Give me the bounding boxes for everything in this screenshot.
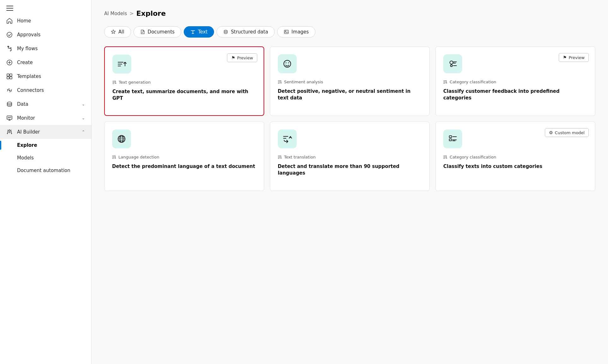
monitor-icon (6, 115, 13, 121)
tab-all[interactable]: All (104, 26, 131, 38)
structured-icon (223, 29, 228, 34)
card-type-3: Category classification (443, 80, 587, 84)
preview-icon-2: ⚑ (563, 55, 567, 60)
documents-icon (140, 29, 145, 34)
card-type-1: Text generation (112, 80, 256, 85)
sidebar-item-home-label: Home (17, 18, 85, 24)
connectors-icon (6, 87, 13, 93)
svg-point-18 (450, 61, 453, 64)
card-title-6: Classify texts into custom categories (443, 163, 587, 170)
flows-icon (6, 45, 13, 52)
sidebar-item-data-label: Data (17, 101, 77, 107)
sidebar-item-ai-builder[interactable]: AI Builder ⌃ (0, 125, 91, 139)
preview-badge-1[interactable]: ⚑ Preview (227, 53, 257, 62)
preview-badge-1-label: Preview (237, 56, 253, 60)
svg-point-8 (9, 90, 10, 91)
card-title-2: Detect positive, negative, or neutral se… (278, 88, 422, 101)
tab-text[interactable]: Text (184, 26, 214, 38)
card-category-classification-2[interactable]: ⚙ Custom model Category classification C… (435, 122, 595, 191)
sentiment-icon-wrapper (278, 54, 297, 73)
tab-images-label: Images (291, 29, 309, 35)
card-type-label-3: Category classification (450, 80, 496, 84)
tab-structured-data-label: Structured data (231, 29, 268, 35)
translation-icon-wrapper (278, 129, 297, 148)
sidebar-item-my-flows-label: My flows (17, 46, 85, 51)
ai-builder-subnav: Explore Models Document automation (0, 139, 91, 177)
sidebar-item-create[interactable]: Create (0, 56, 91, 69)
home-icon (6, 18, 13, 24)
svg-point-14 (285, 31, 286, 32)
card-type-label-6: Category classification (450, 155, 496, 159)
svg-rect-4 (7, 74, 9, 76)
preview-badge-2-label: Preview (569, 55, 585, 60)
filter-tabs: All Documents Text (104, 26, 595, 38)
breadcrumb-current: Explore (136, 9, 166, 17)
breadcrumb-separator: > (129, 10, 134, 16)
create-icon (6, 59, 13, 66)
images-icon (284, 29, 289, 34)
card-title-1: Create text, summarize documents, and mo… (112, 88, 256, 102)
preview-icon-1: ⚑ (231, 55, 235, 60)
text-tab-icon (190, 29, 195, 34)
data-icon (6, 101, 13, 107)
svg-rect-22 (449, 136, 452, 138)
card-title-5: Detect and translate more than 90 suppor… (278, 163, 422, 176)
sidebar: Home Approvals My flows (0, 0, 92, 364)
card-type-label-5: Text translation (284, 155, 316, 159)
models-label: Models (17, 155, 34, 161)
card-text-generation[interactable]: ⚑ Preview Text generation Create text, s… (104, 46, 264, 116)
card-sentiment-analysis[interactable]: Sentiment analysis Detect positive, nega… (270, 46, 430, 116)
svg-rect-5 (10, 74, 12, 76)
sidebar-item-explore[interactable]: Explore (0, 139, 91, 152)
svg-point-12 (224, 30, 227, 32)
ai-builder-chevron-icon: ⌃ (82, 130, 85, 134)
sidebar-item-templates-label: Templates (17, 74, 85, 79)
svg-rect-23 (449, 139, 452, 141)
custom-model-icon: ⚙ (549, 130, 553, 135)
card-language-detection[interactable]: Language detection Detect the predominan… (104, 122, 264, 191)
card-category-classification-1[interactable]: ⚑ Preview Category classification Classi… (435, 46, 595, 116)
hamburger-menu-icon[interactable] (6, 6, 13, 11)
sidebar-header (0, 0, 91, 14)
sidebar-item-monitor-label: Monitor (17, 115, 77, 121)
ai-builder-icon (6, 129, 13, 135)
card-text-translation[interactable]: Text translation Detect and translate mo… (270, 122, 430, 191)
approvals-icon (6, 32, 13, 38)
category-icon-wrapper (443, 54, 462, 73)
cards-grid: ⚑ Preview Text generation Create text, s… (104, 46, 595, 191)
sidebar-item-ai-builder-label: AI Builder (17, 129, 77, 135)
text-gen-icon-wrapper (112, 55, 131, 74)
sidebar-item-templates[interactable]: Templates (0, 69, 91, 83)
sidebar-item-models[interactable]: Models (0, 152, 91, 164)
svg-point-1 (8, 46, 9, 47)
tab-documents[interactable]: Documents (134, 26, 182, 38)
sidebar-item-connectors[interactable]: Connectors (0, 83, 91, 97)
sidebar-item-my-flows[interactable]: My flows (0, 42, 91, 56)
sidebar-item-monitor[interactable]: Monitor ⌄ (0, 111, 91, 125)
svg-point-0 (7, 32, 12, 37)
svg-point-9 (7, 102, 12, 104)
tab-text-label: Text (198, 29, 207, 35)
sidebar-item-approvals[interactable]: Approvals (0, 28, 91, 42)
sidebar-item-document-automation[interactable]: Document automation (0, 164, 91, 177)
breadcrumb: AI Models > Explore (104, 9, 595, 17)
sidebar-item-approvals-label: Approvals (17, 32, 85, 38)
custom-model-badge[interactable]: ⚙ Custom model (545, 128, 589, 137)
tab-documents-label: Documents (148, 29, 175, 35)
preview-badge-2[interactable]: ⚑ Preview (559, 53, 589, 62)
card-type-4: Language detection (112, 155, 256, 159)
svg-point-19 (450, 65, 452, 67)
custom-category-icon-wrapper (443, 129, 462, 148)
tab-structured-data[interactable]: Structured data (217, 26, 275, 38)
sidebar-item-data[interactable]: Data ⌄ (0, 97, 91, 111)
card-type-5: Text translation (278, 155, 422, 159)
language-icon-wrapper (112, 129, 131, 148)
star-icon (111, 29, 116, 34)
breadcrumb-parent[interactable]: AI Models (104, 11, 127, 16)
svg-point-11 (9, 131, 10, 133)
tab-images[interactable]: Images (277, 26, 315, 38)
svg-point-2 (10, 51, 11, 51)
svg-point-16 (285, 63, 286, 63)
sidebar-item-home[interactable]: Home (0, 14, 91, 28)
main-content: AI Models > Explore All Documents (92, 0, 608, 364)
